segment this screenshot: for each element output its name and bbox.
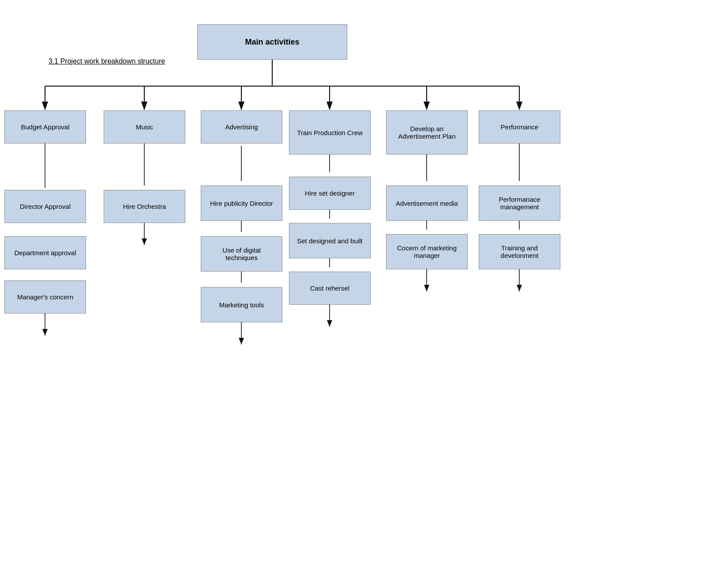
director-approval: Director Approval xyxy=(4,190,86,223)
managers-concern: Manager's concern xyxy=(4,280,86,314)
set-designed-built: Set designed and built xyxy=(289,223,371,258)
svg-marker-28 xyxy=(42,329,48,336)
section-title: 3.1 Project work breakdown structure xyxy=(49,57,165,65)
level1-performance: Performance xyxy=(479,110,560,144)
level1-advertising: Advertising xyxy=(201,110,282,144)
svg-marker-34 xyxy=(424,285,429,291)
svg-marker-32 xyxy=(327,320,332,327)
level1-budget: Budget Approval xyxy=(4,110,86,144)
level1-develop: Develop an Advertisement Plan xyxy=(386,110,468,155)
svg-marker-3 xyxy=(42,102,48,110)
svg-marker-38 xyxy=(517,285,522,291)
svg-marker-36 xyxy=(142,238,147,245)
svg-marker-5 xyxy=(141,102,147,110)
svg-marker-11 xyxy=(424,102,430,110)
cast-rehersel: Cast rehersel xyxy=(289,272,371,305)
svg-marker-7 xyxy=(238,102,244,110)
performance-management: Performanace management xyxy=(479,185,560,221)
marketing-tools: Marketing tools xyxy=(201,287,282,322)
hire-publicity: Hire publicity Director xyxy=(201,185,282,221)
hire-set-designer: Hire set designer xyxy=(289,177,371,210)
level1-music: Music xyxy=(104,110,185,144)
hire-orchestra: Hire Orchestra xyxy=(104,190,185,223)
digital-techniques: Use of digital techniques xyxy=(201,236,282,272)
svg-marker-9 xyxy=(326,102,333,110)
level1-train: Train Production Crew xyxy=(289,110,371,155)
training-development: Training and develonment xyxy=(479,234,560,269)
svg-marker-30 xyxy=(239,338,244,344)
department-approval: Department approval xyxy=(4,236,86,269)
page: 3.1 Project work breakdown structure xyxy=(0,0,728,563)
svg-marker-13 xyxy=(516,102,522,110)
marketing-manager-concern: Cocern of marketing manager xyxy=(386,234,468,269)
root-box: Main activities xyxy=(197,24,347,60)
advertisement-media: Advertisement media xyxy=(386,185,468,221)
